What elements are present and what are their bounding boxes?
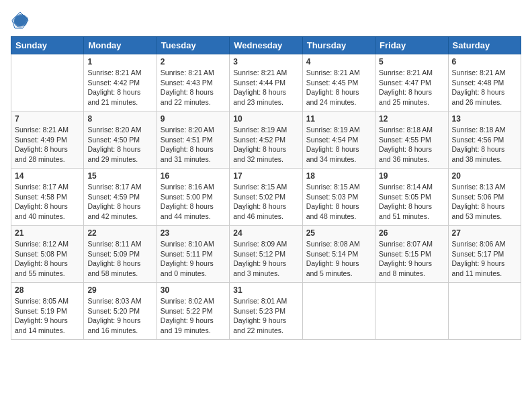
day-cell: 31Sunrise: 8:01 AM Sunset: 5:23 PM Dayli… xyxy=(230,283,302,340)
day-info: Sunrise: 8:13 AM Sunset: 5:06 PM Dayligh… xyxy=(452,182,517,222)
day-cell: 19Sunrise: 8:14 AM Sunset: 5:05 PM Dayli… xyxy=(375,169,448,226)
header-thursday: Thursday xyxy=(302,37,375,54)
day-info: Sunrise: 8:10 AM Sunset: 5:11 PM Dayligh… xyxy=(161,239,226,279)
day-info: Sunrise: 8:09 AM Sunset: 5:12 PM Dayligh… xyxy=(233,239,298,279)
day-info: Sunrise: 8:21 AM Sunset: 4:43 PM Dayligh… xyxy=(161,68,226,107)
day-info: Sunrise: 8:11 AM Sunset: 5:09 PM Dayligh… xyxy=(87,239,152,279)
header-friday: Friday xyxy=(375,37,448,54)
day-info: Sunrise: 8:21 AM Sunset: 4:45 PM Dayligh… xyxy=(306,68,371,107)
day-info: Sunrise: 8:01 AM Sunset: 5:23 PM Dayligh… xyxy=(233,296,298,336)
day-cell: 13Sunrise: 8:18 AM Sunset: 4:56 PM Dayli… xyxy=(448,111,521,169)
calendar-table: SundayMondayTuesdayWednesdayThursdayFrid… xyxy=(11,36,521,340)
day-cell: 3Sunrise: 8:21 AM Sunset: 4:44 PM Daylig… xyxy=(230,54,302,111)
day-info: Sunrise: 8:18 AM Sunset: 4:55 PM Dayligh… xyxy=(379,125,444,165)
day-number: 17 xyxy=(233,171,298,181)
day-number: 15 xyxy=(87,171,152,181)
day-number: 20 xyxy=(452,171,517,181)
day-cell: 15Sunrise: 8:17 AM Sunset: 4:59 PM Dayli… xyxy=(84,169,157,226)
day-info: Sunrise: 8:15 AM Sunset: 5:03 PM Dayligh… xyxy=(306,182,371,222)
day-cell: 10Sunrise: 8:19 AM Sunset: 4:52 PM Dayli… xyxy=(230,111,302,169)
day-number: 22 xyxy=(87,228,152,238)
day-number: 24 xyxy=(233,228,298,238)
day-info: Sunrise: 8:14 AM Sunset: 5:05 PM Dayligh… xyxy=(379,182,444,222)
week-row-3: 14Sunrise: 8:17 AM Sunset: 4:58 PM Dayli… xyxy=(11,169,521,226)
day-number: 18 xyxy=(306,171,371,181)
header-wednesday: Wednesday xyxy=(230,37,302,54)
day-number: 8 xyxy=(87,114,152,124)
day-cell: 9Sunrise: 8:20 AM Sunset: 4:51 PM Daylig… xyxy=(157,111,229,169)
day-cell: 8Sunrise: 8:20 AM Sunset: 4:50 PM Daylig… xyxy=(84,111,157,169)
day-cell: 16Sunrise: 8:16 AM Sunset: 5:00 PM Dayli… xyxy=(157,169,229,226)
day-number: 29 xyxy=(87,285,152,295)
day-number: 25 xyxy=(306,228,371,238)
day-number: 10 xyxy=(233,114,298,124)
day-number: 4 xyxy=(306,57,371,66)
header-monday: Monday xyxy=(84,37,157,54)
day-cell: 12Sunrise: 8:18 AM Sunset: 4:55 PM Dayli… xyxy=(375,111,448,169)
day-cell: 23Sunrise: 8:10 AM Sunset: 5:11 PM Dayli… xyxy=(157,226,229,283)
day-cell: 2Sunrise: 8:21 AM Sunset: 4:43 PM Daylig… xyxy=(157,54,229,111)
header-row: SundayMondayTuesdayWednesdayThursdayFrid… xyxy=(11,37,521,54)
day-cell: 5Sunrise: 8:21 AM Sunset: 4:47 PM Daylig… xyxy=(375,54,448,111)
day-info: Sunrise: 8:16 AM Sunset: 5:00 PM Dayligh… xyxy=(161,182,226,222)
day-number: 5 xyxy=(379,57,444,66)
day-number: 3 xyxy=(233,57,298,66)
day-info: Sunrise: 8:20 AM Sunset: 4:50 PM Dayligh… xyxy=(87,125,152,165)
header-sunday: Sunday xyxy=(11,37,84,54)
header-saturday: Saturday xyxy=(448,37,521,54)
week-row-2: 7Sunrise: 8:21 AM Sunset: 4:49 PM Daylig… xyxy=(11,111,521,169)
day-cell: 28Sunrise: 8:05 AM Sunset: 5:19 PM Dayli… xyxy=(11,283,84,340)
day-info: Sunrise: 8:18 AM Sunset: 4:56 PM Dayligh… xyxy=(452,125,517,165)
day-cell: 22Sunrise: 8:11 AM Sunset: 5:09 PM Dayli… xyxy=(84,226,157,283)
day-number: 2 xyxy=(161,57,226,66)
day-number: 11 xyxy=(306,114,371,124)
day-info: Sunrise: 8:12 AM Sunset: 5:08 PM Dayligh… xyxy=(15,239,80,279)
day-cell: 27Sunrise: 8:06 AM Sunset: 5:17 PM Dayli… xyxy=(448,226,521,283)
week-row-4: 21Sunrise: 8:12 AM Sunset: 5:08 PM Dayli… xyxy=(11,226,521,283)
day-cell xyxy=(448,283,521,340)
day-cell xyxy=(11,54,84,111)
day-number: 23 xyxy=(161,228,226,238)
day-cell: 20Sunrise: 8:13 AM Sunset: 5:06 PM Dayli… xyxy=(448,169,521,226)
day-cell: 6Sunrise: 8:21 AM Sunset: 4:48 PM Daylig… xyxy=(448,54,521,111)
week-row-5: 28Sunrise: 8:05 AM Sunset: 5:19 PM Dayli… xyxy=(11,283,521,340)
day-info: Sunrise: 8:21 AM Sunset: 4:48 PM Dayligh… xyxy=(452,68,517,107)
day-number: 14 xyxy=(15,171,80,181)
day-info: Sunrise: 8:02 AM Sunset: 5:22 PM Dayligh… xyxy=(161,296,226,336)
day-cell: 11Sunrise: 8:19 AM Sunset: 4:54 PM Dayli… xyxy=(302,111,375,169)
day-info: Sunrise: 8:06 AM Sunset: 5:17 PM Dayligh… xyxy=(452,239,517,279)
day-info: Sunrise: 8:05 AM Sunset: 5:19 PM Dayligh… xyxy=(15,296,80,336)
day-cell: 17Sunrise: 8:15 AM Sunset: 5:02 PM Dayli… xyxy=(230,169,302,226)
day-number: 19 xyxy=(379,171,444,181)
day-info: Sunrise: 8:19 AM Sunset: 4:52 PM Dayligh… xyxy=(233,125,298,165)
day-number: 7 xyxy=(15,114,80,124)
day-info: Sunrise: 8:21 AM Sunset: 4:42 PM Dayligh… xyxy=(87,68,152,107)
week-row-1: 1Sunrise: 8:21 AM Sunset: 4:42 PM Daylig… xyxy=(11,54,521,111)
page-header xyxy=(11,11,521,30)
day-cell: 1Sunrise: 8:21 AM Sunset: 4:42 PM Daylig… xyxy=(84,54,157,111)
day-cell: 14Sunrise: 8:17 AM Sunset: 4:58 PM Dayli… xyxy=(11,169,84,226)
day-info: Sunrise: 8:15 AM Sunset: 5:02 PM Dayligh… xyxy=(233,182,298,222)
day-number: 30 xyxy=(161,285,226,295)
day-info: Sunrise: 8:07 AM Sunset: 5:15 PM Dayligh… xyxy=(379,239,444,279)
day-cell: 4Sunrise: 8:21 AM Sunset: 4:45 PM Daylig… xyxy=(302,54,375,111)
day-number: 6 xyxy=(452,57,517,66)
day-cell: 26Sunrise: 8:07 AM Sunset: 5:15 PM Dayli… xyxy=(375,226,448,283)
day-cell: 18Sunrise: 8:15 AM Sunset: 5:03 PM Dayli… xyxy=(302,169,375,226)
day-info: Sunrise: 8:19 AM Sunset: 4:54 PM Dayligh… xyxy=(306,125,371,165)
day-cell: 29Sunrise: 8:03 AM Sunset: 5:20 PM Dayli… xyxy=(84,283,157,340)
day-number: 9 xyxy=(161,114,226,124)
day-number: 31 xyxy=(233,285,298,295)
day-info: Sunrise: 8:21 AM Sunset: 4:47 PM Dayligh… xyxy=(379,68,444,107)
day-number: 26 xyxy=(379,228,444,238)
day-info: Sunrise: 8:17 AM Sunset: 4:59 PM Dayligh… xyxy=(87,182,152,222)
day-info: Sunrise: 8:21 AM Sunset: 4:49 PM Dayligh… xyxy=(15,125,80,165)
day-cell xyxy=(302,283,375,340)
day-info: Sunrise: 8:21 AM Sunset: 4:44 PM Dayligh… xyxy=(233,68,298,107)
logo-icon xyxy=(11,11,30,30)
day-number: 13 xyxy=(452,114,517,124)
day-number: 28 xyxy=(15,285,80,295)
day-cell: 25Sunrise: 8:08 AM Sunset: 5:14 PM Dayli… xyxy=(302,226,375,283)
day-number: 21 xyxy=(15,228,80,238)
day-cell: 7Sunrise: 8:21 AM Sunset: 4:49 PM Daylig… xyxy=(11,111,84,169)
